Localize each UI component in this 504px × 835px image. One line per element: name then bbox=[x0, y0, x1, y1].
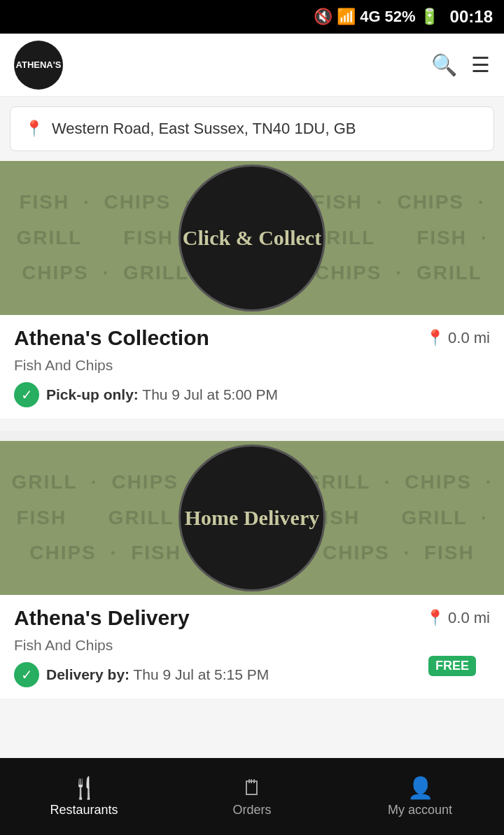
delivery-distance-pin-icon: 📍 bbox=[426, 609, 444, 627]
status-bar: 🔇 📶 4G 52% 🔋 00:18 bbox=[0, 0, 504, 34]
collection-pickup-date: Thu 9 Jul at 5:00 PM bbox=[139, 386, 278, 402]
myaccount-icon: 👤 bbox=[407, 776, 433, 800]
delivery-banner-bg: GRILL · CHIPS · FISH GRILL · CHIPS · FIS… bbox=[0, 441, 504, 595]
header-icons: 🔍 ☰ bbox=[431, 52, 490, 77]
delivery-distance: 📍 0.0 mi bbox=[426, 609, 490, 627]
battery-text: 52% bbox=[385, 8, 416, 26]
free-delivery-badge: FREE bbox=[428, 656, 476, 676]
orders-icon: 🗒 bbox=[241, 776, 262, 800]
collection-distance-value: 0.0 mi bbox=[448, 329, 490, 347]
nav-orders[interactable]: 🗒 Orders bbox=[168, 758, 336, 835]
clock: 00:18 bbox=[450, 7, 493, 27]
delivery-name-row: Athena's Delivery 📍 0.0 mi bbox=[14, 606, 490, 630]
delivery-status-label: Delivery by: bbox=[46, 666, 130, 682]
nav-myaccount-label: My account bbox=[388, 803, 452, 818]
delivery-name: Athena's Delivery bbox=[14, 606, 190, 630]
restaurant-card-delivery[interactable]: GRILL · CHIPS · FISH GRILL · CHIPS · FIS… bbox=[0, 441, 504, 699]
bottom-navigation: 🍴 Restaurants 🗒 Orders 👤 My account bbox=[0, 758, 504, 835]
app-header: ATHENA'S 🔍 ☰ bbox=[0, 34, 504, 97]
mute-icon: 🔇 bbox=[314, 8, 332, 26]
collection-circle: Click & Collect bbox=[178, 164, 326, 311]
restaurants-icon: 🍴 bbox=[71, 776, 97, 800]
nav-orders-label: Orders bbox=[232, 803, 271, 818]
filter-icon[interactable]: ☰ bbox=[471, 52, 490, 77]
collection-banner-bg: FISH · CHIPS · GRILL FISH · CHIPS · GRIL… bbox=[0, 161, 504, 315]
delivery-distance-value: 0.0 mi bbox=[448, 609, 490, 627]
app-logo: ATHENA'S bbox=[14, 41, 63, 90]
location-pin-icon: 📍 bbox=[24, 120, 43, 138]
delivery-circle-text: Home Delivery bbox=[185, 505, 319, 531]
search-icon[interactable]: 🔍 bbox=[431, 52, 457, 77]
delivery-cuisine: Fish And Chips bbox=[14, 637, 490, 654]
collection-circle-text: Click & Collect bbox=[183, 225, 321, 251]
collection-pickup-row: ✓ Pick-up only: Thu 9 Jul at 5:00 PM bbox=[14, 382, 490, 407]
collection-name: Athena's Collection bbox=[14, 326, 209, 350]
collection-distance: 📍 0.0 mi bbox=[426, 329, 490, 347]
delivery-status-date: Thu 9 Jul at 5:15 PM bbox=[130, 666, 269, 682]
location-address: Western Road, East Sussex, TN40 1DU, GB bbox=[52, 120, 356, 138]
nav-myaccount[interactable]: 👤 My account bbox=[336, 758, 504, 835]
collection-name-row: Athena's Collection 📍 0.0 mi bbox=[14, 326, 490, 350]
card-separator bbox=[0, 431, 504, 441]
restaurant-card-collection[interactable]: FISH · CHIPS · GRILL FISH · CHIPS · GRIL… bbox=[0, 161, 504, 419]
wifi-icon: 📶 bbox=[337, 8, 356, 26]
collection-pickup-label: Pick-up only: bbox=[46, 386, 139, 402]
location-bar[interactable]: 📍 Western Road, East Sussex, TN40 1DU, G… bbox=[10, 106, 494, 151]
delivery-status-row: ✓ Delivery by: Thu 9 Jul at 5:15 PM FREE bbox=[14, 662, 490, 687]
delivery-circle: Home Delivery bbox=[178, 444, 326, 591]
delivery-check-icon: ✓ bbox=[14, 662, 39, 687]
collection-cuisine: Fish And Chips bbox=[14, 357, 490, 374]
collection-banner: FISH · CHIPS · GRILL FISH · CHIPS · GRIL… bbox=[0, 161, 504, 315]
nav-restaurants-label: Restaurants bbox=[50, 803, 118, 818]
distance-pin-icon: 📍 bbox=[426, 329, 444, 347]
delivery-banner: GRILL · CHIPS · FISH GRILL · CHIPS · FIS… bbox=[0, 441, 504, 595]
delivery-status-text: Delivery by: Thu 9 Jul at 5:15 PM bbox=[46, 666, 269, 683]
collection-check-icon: ✓ bbox=[14, 382, 39, 407]
battery-icon: 🔋 bbox=[420, 8, 439, 26]
collection-pickup-text: Pick-up only: Thu 9 Jul at 5:00 PM bbox=[46, 386, 278, 403]
status-icons: 🔇 📶 4G 52% 🔋 bbox=[314, 8, 438, 26]
delivery-info: Athena's Delivery 📍 0.0 mi Fish And Chip… bbox=[0, 595, 504, 699]
signal-icon: 4G bbox=[360, 8, 380, 26]
nav-restaurants[interactable]: 🍴 Restaurants bbox=[0, 758, 168, 835]
collection-info: Athena's Collection 📍 0.0 mi Fish And Ch… bbox=[0, 315, 504, 419]
